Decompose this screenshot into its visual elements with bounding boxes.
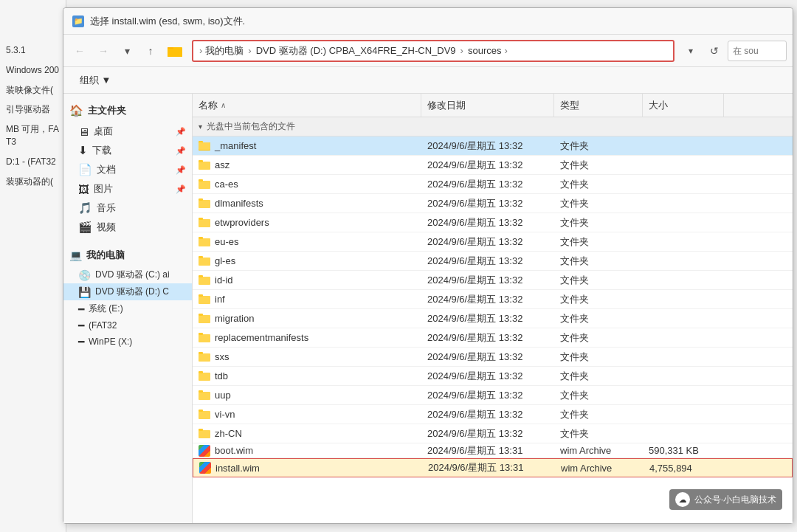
sidebar-item-videos[interactable]: 🎬 视频: [63, 218, 192, 237]
table-row[interactable]: tdb 2024/9/6/星期五 13:32 文件夹: [193, 367, 793, 386]
svg-rect-31: [199, 390, 203, 393]
left-panel: 5.3.1 Windows 200 装映像文件( 引导驱动器 MB 可用，FAT…: [0, 0, 66, 532]
section-arrow: ▾: [199, 122, 202, 131]
sidebar-drive-fat32[interactable]: ━ (FAT32: [63, 317, 192, 334]
sidebar-label-fat32: (FAT32: [89, 320, 117, 331]
svg-rect-5: [199, 142, 210, 150]
sidebar-item-music[interactable]: 🎵 音乐: [63, 198, 192, 218]
home-icon: 🏠: [69, 104, 83, 117]
refresh-button[interactable]: ↺: [704, 41, 725, 61]
sidebar-item-downloads[interactable]: ⬇ 下载 📌: [63, 141, 192, 160]
nav-right-controls: ▾ ↺: [680, 41, 787, 61]
address-part-2: sources: [468, 45, 502, 56]
sidebar-label-drive-d: DVD 驱动器 (D:) C: [95, 286, 169, 298]
table-row[interactable]: vi-vn 2024/9/6/星期五 13:32 文件夹: [193, 405, 793, 424]
table-row-boot-wim[interactable]: boot.wim 2024/9/6/星期五 13:31 wim Archive …: [193, 443, 793, 458]
table-row[interactable]: inf 2024/9/6/星期五 13:32 文件夹: [193, 290, 793, 309]
my-computer-title[interactable]: 💻 我的电脑: [63, 244, 192, 266]
refresh-icon: ↺: [710, 45, 719, 57]
svg-rect-34: [199, 430, 210, 438]
table-row[interactable]: uup 2024/9/6/星期五 13:32 文件夹: [193, 386, 793, 405]
section-header-disc: ▾ 光盘中当前包含的文件: [193, 117, 793, 137]
sidebar-item-desktop[interactable]: 🖥 桌面 📌: [63, 122, 192, 141]
table-row[interactable]: sxs 2024/9/6/星期五 13:32 文件夹: [193, 348, 793, 367]
back-button[interactable]: ←: [69, 41, 90, 61]
address-part-0: 我的电脑: [205, 44, 244, 58]
computer-label: 我的电脑: [86, 249, 125, 262]
svg-rect-8: [199, 181, 210, 189]
table-row[interactable]: eu-es 2024/9/6/星期五 13:32 文件夹: [193, 232, 793, 252]
watermark-text: 公众号·小白电脑技术: [694, 494, 776, 506]
svg-rect-20: [199, 296, 210, 304]
table-row[interactable]: asz 2024/9/6/星期五 13:32 文件夹: [193, 156, 793, 175]
videos-icon: 🎬: [78, 221, 92, 234]
sidebar-label-documents: 文档: [97, 163, 116, 176]
table-row[interactable]: migration 2024/9/6/星期五 13:32 文件夹: [193, 309, 793, 328]
header-size[interactable]: 大小: [643, 94, 724, 117]
pin-icon-downloads: 📌: [176, 146, 186, 156]
header-type[interactable]: 类型: [554, 94, 643, 117]
svg-rect-27: [199, 352, 203, 354]
sidebar-drive-c[interactable]: 💿 DVD 驱动器 (C:) ai: [63, 266, 192, 283]
table-row[interactable]: replacementmanifests 2024/9/6/星期五 13:32 …: [193, 328, 793, 348]
left-panel-content: 5.3.1 Windows 200 装映像文件( 引导驱动器 MB 可用，FAT…: [0, 0, 66, 201]
window-title: 选择 install.wim (esd, swm, iso)文件.: [90, 15, 245, 28]
folder-icon: [199, 274, 210, 286]
table-row[interactable]: dlmanifests 2024/9/6/星期五 13:32 文件夹: [193, 194, 793, 213]
svg-rect-12: [199, 219, 210, 227]
sidebar-label-drive-c: DVD 驱动器 (C:) ai: [95, 269, 170, 281]
sidebar-label-pictures: 图片: [94, 182, 113, 196]
watermark: ☁ 公众号·小白电脑技术: [669, 489, 782, 510]
content-area: 🏠 主文件夹 🖥 桌面 📌 ⬇ 下载 📌 📄 文档 📌 🖼 图片: [63, 94, 793, 523]
folder-icon: [199, 294, 210, 305]
sidebar-drive-d[interactable]: 💾 DVD 驱动器 (D:) C: [63, 283, 192, 300]
svg-rect-35: [199, 429, 203, 431]
dvd-c-icon: 💿: [78, 269, 91, 281]
pin-icon-pictures: 📌: [176, 184, 186, 194]
svg-rect-33: [199, 410, 203, 412]
svg-rect-2: [168, 49, 182, 57]
forward-icon: →: [98, 45, 108, 57]
file-list-header: 名称 ∧ 修改日期 类型 大小: [193, 94, 793, 117]
sidebar-item-documents[interactable]: 📄 文档 📌: [63, 160, 192, 179]
svg-rect-15: [199, 237, 203, 239]
sidebar-item-pictures[interactable]: 🖼 图片 📌: [63, 179, 192, 198]
table-row[interactable]: id-id 2024/9/6/星期五 13:32 文件夹: [193, 271, 793, 290]
folder-icon: [199, 332, 210, 344]
folder-icon: [199, 409, 210, 421]
table-row[interactable]: zh-CN 2024/9/6/星期五 13:32 文件夹: [193, 424, 793, 443]
address-separator-3: ›: [504, 45, 507, 56]
sidebar-drive-e[interactable]: ━ 系统 (E:): [63, 300, 192, 317]
forward-button[interactable]: →: [93, 41, 114, 61]
dvd-d-icon: 💾: [78, 286, 91, 298]
dropdown-nav-button[interactable]: ▾: [117, 41, 137, 61]
folder-icon: [199, 428, 210, 440]
svg-rect-22: [199, 315, 210, 323]
header-date-label: 修改日期: [427, 99, 466, 112]
table-row[interactable]: _manifest 2024/9/6/星期五 13:32 文件夹: [193, 137, 793, 156]
folder-nav-icon: [167, 43, 183, 59]
pin-icon-documents: 📌: [176, 165, 186, 175]
table-row[interactable]: gl-es 2024/9/6/星期五 13:32 文件夹: [193, 252, 793, 271]
file-date-0: 2024/9/6/星期五 13:32: [421, 137, 554, 155]
address-dropdown-button[interactable]: ▾: [680, 41, 701, 61]
folder-icon: [199, 159, 210, 171]
organize-button[interactable]: 组织 ▼: [72, 71, 118, 90]
header-date[interactable]: 修改日期: [421, 94, 554, 117]
sidebar-drive-x[interactable]: ━ WinPE (X:): [63, 334, 192, 350]
folder-icon: [199, 351, 210, 363]
left-panel-line-6: D:1 - (FAT32: [6, 156, 60, 168]
table-row[interactable]: etwproviders 2024/9/6/星期五 13:32 文件夹: [193, 213, 793, 232]
address-bar[interactable]: › 我的电脑 › DVD 驱动器 (D:) CPBA_X64FRE_ZH-CN_…: [192, 40, 674, 62]
svg-rect-16: [199, 258, 210, 266]
folder-icon: [199, 179, 210, 190]
watermark-icon: ☁: [675, 492, 690, 507]
table-row-install-wim[interactable]: install.wim 2024/9/6/星期五 13:31 wim Archi…: [193, 458, 793, 477]
search-input[interactable]: [728, 41, 787, 61]
quick-access-title[interactable]: 🏠 主文件夹: [63, 100, 192, 122]
table-row[interactable]: ca-es 2024/9/6/星期五 13:32 文件夹: [193, 175, 793, 194]
folder-icon: [199, 370, 210, 382]
header-name[interactable]: 名称 ∧: [193, 94, 421, 117]
up-button[interactable]: ↑: [140, 41, 161, 61]
pictures-icon: 🖼: [78, 183, 89, 196]
